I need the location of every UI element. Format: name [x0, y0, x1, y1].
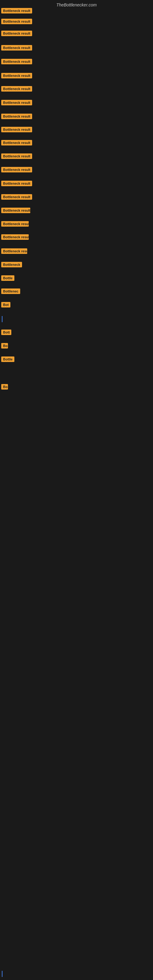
bottleneck-badge-14: Bottleneck result [1, 181, 32, 186]
bottleneck-badge-15: Bottleneck result [1, 194, 32, 200]
result-row-7: Bottleneck result [1, 85, 33, 94]
page-wrapper: TheBottlenecker.com Bottleneck resultBot… [0, 0, 153, 980]
result-row-29: Bo [1, 383, 9, 392]
result-row-3: Bottleneck result [1, 29, 33, 38]
bottleneck-badge-23: Bot [1, 302, 10, 307]
bottleneck-badge-12: Bottleneck result [1, 153, 32, 159]
result-row-16: Bottleneck result [1, 207, 31, 216]
result-row-26: Bo [1, 342, 9, 351]
result-row-19: Bottleneck result [1, 247, 28, 256]
result-row-10: Bottleneck result [1, 126, 33, 135]
cursor-line-bottom [2, 971, 2, 977]
bottleneck-badge-18: Bottleneck result [1, 234, 29, 240]
bottleneck-badge-11: Bottleneck result [1, 140, 32, 145]
cursor-indicator [2, 316, 2, 322]
result-row-27: Bottle [1, 355, 15, 364]
result-row-1: Bottleneck result [1, 7, 33, 16]
bottleneck-badge-3: Bottleneck result [1, 30, 32, 36]
result-row-18: Bottleneck result [1, 233, 29, 242]
result-row-17: Bottleneck result [1, 220, 29, 229]
result-row-14: Bottleneck result [1, 180, 33, 189]
result-row-12: Bottleneck result [1, 152, 33, 161]
bottleneck-badge-6: Bottleneck result [1, 73, 32, 78]
bottleneck-badge-2: Bottleneck result [1, 19, 32, 24]
result-row-28 [1, 369, 2, 371]
bottleneck-badge-22: Bottlenec [1, 288, 20, 294]
result-row-25: Bott [1, 328, 12, 337]
result-row-5: Bottleneck result [1, 57, 33, 67]
result-row-11: Bottleneck result [1, 139, 33, 148]
bottleneck-badge-25: Bott [1, 329, 11, 335]
bottleneck-badge-16: Bottleneck result [1, 208, 30, 213]
result-row-13: Bottleneck result [1, 166, 33, 175]
bottleneck-badge-4: Bottleneck result [1, 45, 32, 51]
result-row-21: Bottle [1, 274, 15, 283]
bottleneck-badge-13: Bottleneck result [1, 167, 32, 172]
result-row-2: Bottleneck result [1, 18, 33, 27]
bottleneck-badge-7: Bottleneck result [1, 86, 32, 92]
cursor-bottom [1, 971, 2, 978]
result-row-8: Bottleneck result [1, 99, 33, 108]
bottleneck-badge-5: Bottleneck result [1, 59, 32, 64]
bottleneck-badge-17: Bottleneck result [1, 221, 29, 227]
result-row-4: Bottleneck result [1, 44, 33, 53]
bottleneck-badge-26: Bo [1, 343, 8, 348]
result-row-24 [1, 315, 3, 325]
result-row-23: Bot [1, 301, 11, 310]
bottleneck-badge-27: Bottle [1, 356, 14, 362]
result-row-20: Bottleneck [1, 261, 22, 270]
bottleneck-badge-29: Bo [1, 384, 8, 390]
bottleneck-badge-8: Bottleneck result [1, 100, 32, 105]
bottleneck-badge-9: Bottleneck result [1, 114, 32, 119]
result-row-9: Bottleneck result [1, 112, 33, 122]
bottleneck-badge-21: Bottle [1, 275, 14, 281]
result-row-15: Bottleneck result [1, 193, 33, 202]
bottleneck-badge-10: Bottleneck result [1, 127, 32, 132]
bottleneck-badge-19: Bottleneck result [1, 248, 27, 254]
result-row-6: Bottleneck result [1, 72, 33, 81]
bottleneck-badge-20: Bottleneck [1, 262, 22, 267]
result-row-22: Bottlenec [1, 287, 21, 296]
bottleneck-badge-1: Bottleneck result [1, 8, 32, 13]
